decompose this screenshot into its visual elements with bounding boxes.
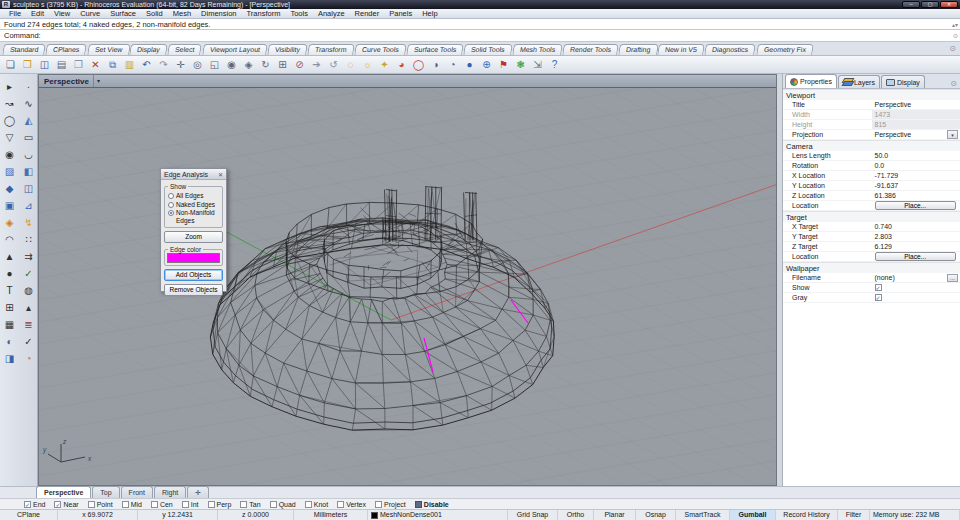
menu-solid[interactable]: Solid xyxy=(141,9,168,19)
check-mesh-icon[interactable]: ✓ xyxy=(20,333,37,350)
viewport-menu-caret-icon[interactable]: ▾ xyxy=(93,75,100,87)
shaded-view-icon[interactable]: ◕ xyxy=(394,57,409,72)
lock-icon[interactable]: ✦ xyxy=(377,57,392,72)
orbit-icon[interactable]: ↺ xyxy=(326,57,341,72)
extrude-tool-icon[interactable]: ▣ xyxy=(1,197,18,214)
toolbar-tab-display[interactable]: Display xyxy=(130,44,168,55)
osnap-checkbox-icon[interactable] xyxy=(375,501,382,508)
move-icon[interactable]: ➔ xyxy=(309,57,324,72)
toolbar-tab-drafting[interactable]: Drafting xyxy=(618,44,658,55)
property-value[interactable]: -91.637 xyxy=(872,181,960,190)
menu-tools[interactable]: Tools xyxy=(285,9,313,19)
panel-tab-layers[interactable]: Layers xyxy=(838,75,880,88)
toolbar-tab-solid-tools[interactable]: Solid Tools xyxy=(463,44,512,55)
osnap-checkbox-icon[interactable] xyxy=(305,501,312,508)
zoom-extents-icon[interactable]: ◈ xyxy=(241,57,256,72)
menu-mesh[interactable]: Mesh xyxy=(168,9,196,19)
box-tool-icon[interactable]: ◆ xyxy=(1,180,18,197)
surface-tool-icon[interactable]: ▨ xyxy=(1,163,18,180)
edge-color-swatch[interactable] xyxy=(167,253,220,263)
property-value[interactable]: Place... xyxy=(872,252,960,261)
place-button[interactable]: Place... xyxy=(875,252,956,261)
remove-objects-button[interactable]: Remove Objects xyxy=(164,284,223,296)
add-objects-button[interactable]: Add Objects xyxy=(164,269,223,281)
menu-curve[interactable]: Curve xyxy=(75,9,105,19)
osnap-checkbox-icon[interactable] xyxy=(270,501,277,508)
pan-icon[interactable]: ✛ xyxy=(173,57,188,72)
dimension-tool-icon[interactable]: ◍ xyxy=(20,282,37,299)
status-osnap[interactable]: Osnap xyxy=(636,510,676,520)
menu-dimension[interactable]: Dimension xyxy=(196,9,241,19)
property-value[interactable]: Perspective xyxy=(872,100,960,109)
osnap-perp[interactable]: Perp xyxy=(208,501,232,508)
boolean-tool-icon[interactable]: ⊿ xyxy=(20,197,37,214)
viewport-title-bar[interactable]: Perspective ▾ xyxy=(38,74,777,88)
toolbar-tab-transform[interactable]: Transform xyxy=(307,44,354,55)
toolbar-tab-new-in-v5[interactable]: New in V5 xyxy=(658,44,705,55)
globe-icon[interactable]: ⊕ xyxy=(479,57,494,72)
status-filter[interactable]: Filter xyxy=(838,510,870,520)
status-planar[interactable]: Planar xyxy=(594,510,636,520)
toolbar-tab-diagnostics[interactable]: Diagnostics xyxy=(705,44,757,55)
rendered-view-icon[interactable]: ● xyxy=(462,57,477,72)
polyline-tool-icon[interactable]: ∿ xyxy=(20,95,37,112)
gears-icon[interactable]: ❃ xyxy=(513,57,528,72)
array-tool-icon[interactable]: ⇉ xyxy=(20,248,37,265)
toolbar-tab-mesh-tools[interactable]: Mesh Tools xyxy=(512,44,563,55)
help-icon[interactable]: ? xyxy=(547,57,562,72)
command-input[interactable]: Command: ⊙ xyxy=(0,30,960,42)
undo-icon[interactable]: ↶ xyxy=(139,57,154,72)
checkbox-icon[interactable]: ✓ xyxy=(875,294,882,301)
export-icon[interactable]: ❐ xyxy=(71,57,86,72)
toolbar-tab-geometry-fix[interactable]: Geometry Fix xyxy=(756,44,814,55)
menu-render[interactable]: Render xyxy=(350,9,385,19)
dialog-close-icon[interactable]: ✕ xyxy=(218,171,223,178)
text-tool-icon[interactable]: T xyxy=(1,282,18,299)
select-tool-icon[interactable]: ▸ xyxy=(1,78,18,95)
osnap-near[interactable]: ✓Near xyxy=(54,501,78,508)
detail-tool-icon[interactable]: ▴ xyxy=(20,299,37,316)
osnap-checkbox-icon[interactable] xyxy=(240,501,247,508)
point-tool-icon[interactable]: ∙ xyxy=(20,78,37,95)
property-value[interactable]: ✓ xyxy=(872,293,960,302)
toolbar-tab-viewport-layout[interactable]: Viewport Layout xyxy=(202,44,268,55)
panel-tab-display[interactable]: Display xyxy=(881,75,925,88)
radio-all-edges[interactable]: All Edges xyxy=(167,192,220,200)
viewport-canvas[interactable]: zyx xyxy=(39,88,777,486)
osnap-checkbox-icon[interactable] xyxy=(337,501,344,508)
property-value[interactable]: 61.386 xyxy=(872,191,960,200)
menu-analyze[interactable]: Analyze xyxy=(313,9,350,19)
xray-view-icon[interactable]: ◔ xyxy=(445,57,460,72)
flag-icon[interactable]: ⚑ xyxy=(496,57,511,72)
new-file-icon[interactable]: ❏ xyxy=(3,57,18,72)
menu-file[interactable]: File xyxy=(4,9,26,19)
zoom-window-icon[interactable]: ◱ xyxy=(207,57,222,72)
circle-tool-icon[interactable]: ◯ xyxy=(1,112,18,129)
explode-tool-icon[interactable]: ↯ xyxy=(20,214,37,231)
viewport-layout-icon[interactable]: ⊞ xyxy=(275,57,290,72)
status-record[interactable]: Record History xyxy=(776,510,838,520)
status-grid[interactable]: Grid Snap xyxy=(508,510,558,520)
osnap-checkbox-icon[interactable]: ✓ xyxy=(54,501,61,508)
toolbar-tab-cplanes[interactable]: CPlanes xyxy=(46,44,88,55)
status-gumball[interactable]: Gumball xyxy=(730,510,776,520)
viewport[interactable]: zyx xyxy=(38,88,777,486)
hide-icon[interactable]: ⊘ xyxy=(292,57,307,72)
property-value[interactable]: 50.0 xyxy=(872,151,960,160)
panel-tab-properties[interactable]: Properties xyxy=(785,74,837,88)
status-meshnondense001[interactable]: MeshNonDense001 xyxy=(368,510,508,520)
osnap-checkbox-icon[interactable] xyxy=(88,501,95,508)
delete-icon[interactable]: ✕ xyxy=(88,57,103,72)
trim-tool-icon[interactable]: ◠ xyxy=(1,231,18,248)
analyze-tool-icon[interactable]: ✓ xyxy=(20,265,37,282)
rectangle-tool-icon[interactable]: ▭ xyxy=(20,129,37,146)
copy-icon[interactable]: ⧉ xyxy=(105,57,120,72)
menu-view[interactable]: View xyxy=(49,9,75,19)
property-value[interactable]: 0.740 xyxy=(872,222,960,231)
toolbar-tab-curve-tools[interactable]: Curve Tools xyxy=(354,44,406,55)
ellipse-tool-icon[interactable]: ◭ xyxy=(20,112,37,129)
status-millimeters[interactable]: Millimeters xyxy=(294,510,368,520)
status-smarttrack[interactable]: SmartTrack xyxy=(676,510,730,520)
expand-icon[interactable]: ⇲ xyxy=(530,57,545,72)
save-icon[interactable]: ◫ xyxy=(37,57,52,72)
